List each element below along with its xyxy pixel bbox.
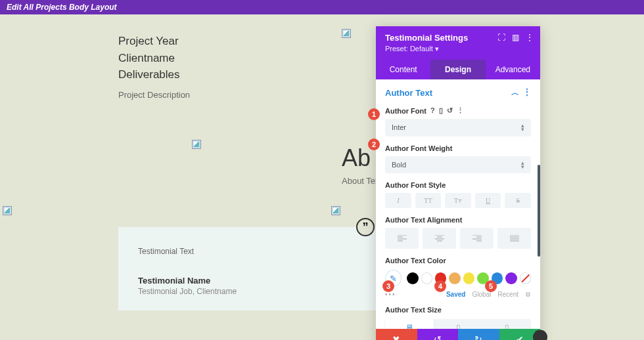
annotation-badge-2: 2 bbox=[368, 138, 380, 150]
label-text-size: Author Text Size bbox=[385, 306, 531, 314]
style-strikethrough[interactable]: S bbox=[505, 193, 531, 208]
annotation-badge-3: 3 bbox=[382, 280, 394, 292]
label-font-style: Author Font Style bbox=[385, 181, 531, 189]
label-author-font: Author Font ? ▯ ↺ ⋮ bbox=[385, 106, 531, 115]
color-tab-global[interactable]: Global bbox=[472, 291, 491, 298]
broken-image-icon bbox=[342, 29, 351, 38]
color-swatch-black[interactable] bbox=[407, 272, 418, 284]
panel-header[interactable]: Testimonial Settings Preset: Default ▾ ⛶… bbox=[376, 26, 540, 60]
panel-preset[interactable]: Preset: Default ▾ bbox=[385, 45, 531, 53]
align-justify[interactable] bbox=[497, 228, 531, 249]
settings-panel: Testimonial Settings Preset: Default ▾ ⛶… bbox=[376, 26, 540, 340]
weight-value: Bold bbox=[392, 161, 406, 169]
device-tablet[interactable]: ▯ bbox=[434, 319, 482, 329]
gear-icon[interactable]: ⚙ bbox=[525, 291, 531, 298]
color-swatch-white[interactable] bbox=[421, 272, 432, 284]
top-bar-title: Edit All Projects Body Layout bbox=[7, 3, 117, 12]
weight-select[interactable]: Bold ▴▾ bbox=[385, 156, 531, 174]
page-content: Project Year Clientname Deliverables Pro… bbox=[0, 14, 644, 101]
columns-icon[interactable]: ▥ bbox=[512, 33, 519, 42]
color-swatch-yellow[interactable] bbox=[463, 272, 474, 284]
broken-image-icon bbox=[331, 206, 340, 215]
font-select[interactable]: Inter ▴▾ bbox=[385, 119, 531, 137]
undo-button[interactable]: ↺ bbox=[417, 329, 459, 340]
broken-image-icon bbox=[192, 140, 201, 149]
align-left[interactable] bbox=[385, 228, 419, 249]
more-icon[interactable]: ⋮ bbox=[523, 87, 531, 98]
scrollbar[interactable] bbox=[538, 165, 540, 257]
device-phone[interactable]: ▯ bbox=[482, 319, 531, 329]
help-icon[interactable]: ? bbox=[430, 106, 435, 115]
top-bar: Edit All Projects Body Layout bbox=[0, 0, 644, 14]
color-tab-saved[interactable]: Saved bbox=[446, 291, 465, 298]
mobile-icon[interactable]: ▯ bbox=[439, 106, 443, 115]
section-title[interactable]: Author Text ︿ ⋮ bbox=[385, 87, 531, 98]
tab-design[interactable]: Design bbox=[430, 60, 485, 79]
color-swatch-purple[interactable] bbox=[505, 272, 517, 284]
more-icon[interactable]: ⋮ bbox=[457, 106, 464, 115]
broken-image-icon bbox=[3, 206, 12, 215]
style-italic[interactable]: I bbox=[385, 193, 411, 208]
color-swatch-none[interactable] bbox=[520, 272, 531, 284]
annotation-badge-1: 1 bbox=[368, 108, 380, 120]
cancel-button[interactable]: ✖ bbox=[376, 329, 417, 340]
label-font-weight: Author Font Weight bbox=[385, 144, 531, 152]
font-value: Inter bbox=[392, 123, 406, 131]
reset-icon[interactable]: ↺ bbox=[447, 106, 453, 115]
annotation-badge-4: 4 bbox=[434, 280, 446, 292]
align-center[interactable] bbox=[423, 228, 456, 249]
quote-icon: ” bbox=[356, 218, 375, 236]
tab-advanced[interactable]: Advanced bbox=[486, 60, 540, 79]
expand-icon[interactable]: ⛶ bbox=[497, 33, 505, 42]
panel-tabs: Content Design Advanced bbox=[376, 60, 540, 79]
color-tab-recent[interactable]: Recent bbox=[497, 291, 518, 298]
tab-content[interactable]: Content bbox=[376, 60, 430, 79]
label-text-color: Author Text Color bbox=[385, 257, 531, 265]
select-arrows-icon: ▴▾ bbox=[521, 161, 524, 169]
more-icon[interactable]: ⋮ bbox=[526, 33, 534, 42]
about-text: About Tex bbox=[342, 176, 380, 186]
device-desktop[interactable]: 🖥 bbox=[385, 319, 434, 329]
align-right[interactable] bbox=[460, 228, 494, 249]
redo-button[interactable]: ↻ bbox=[458, 329, 499, 340]
panel-body: Author Text ︿ ⋮ Author Font ? ▯ ↺ ⋮ Inte… bbox=[376, 79, 540, 329]
label-text-align: Author Text Alignment bbox=[385, 216, 531, 224]
resize-handle-icon[interactable] bbox=[533, 330, 547, 340]
panel-footer: ✖ ↺ ↻ ✔ bbox=[376, 329, 540, 340]
style-uppercase[interactable]: TT bbox=[415, 193, 442, 208]
about-section: Ab About Tex bbox=[342, 144, 380, 186]
color-swatch-orange[interactable] bbox=[449, 272, 460, 284]
select-arrows-icon: ▴▾ bbox=[521, 123, 524, 132]
style-capitalize[interactable]: Tᴛ bbox=[445, 193, 471, 208]
chevron-down-icon: ▾ bbox=[435, 45, 439, 53]
annotation-badge-5: 5 bbox=[485, 280, 497, 292]
style-underline[interactable]: U bbox=[475, 193, 501, 208]
chevron-up-icon[interactable]: ︿ bbox=[511, 87, 519, 98]
